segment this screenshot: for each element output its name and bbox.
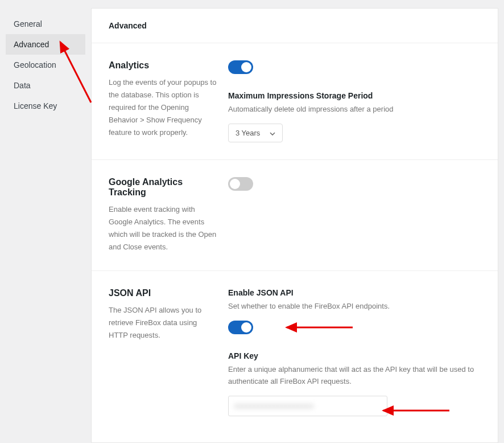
ga-desc: Enable event tracking with Google Analyt… bbox=[109, 203, 217, 253]
apikey-desc: Enter a unique alphanumeric that will ac… bbox=[228, 364, 481, 388]
analytics-desc: Log the events of your popups to the dat… bbox=[109, 76, 217, 139]
apikey-label: API Key bbox=[228, 351, 481, 360]
main-header: Advanced bbox=[92, 9, 498, 43]
section-analytics: Analytics Log the events of your popups … bbox=[92, 43, 498, 160]
sidebar-item-advanced[interactable]: Advanced bbox=[6, 34, 85, 55]
ga-toggle[interactable] bbox=[228, 177, 253, 191]
page-title: Advanced bbox=[109, 21, 481, 30]
ga-title: Google Analytics Tracking bbox=[109, 177, 217, 198]
sidebar: General Advanced Geolocation Data Licens… bbox=[6, 8, 85, 443]
main-panel: Advanced Analytics Log the events of you… bbox=[91, 8, 498, 443]
jsonapi-enable-desc: Set whether to enable the FireBox API en… bbox=[228, 301, 481, 313]
jsonapi-toggle[interactable] bbox=[228, 321, 253, 334]
storage-period-select[interactable]: 3 Years bbox=[228, 124, 283, 142]
sidebar-item-license-key[interactable]: License Key bbox=[6, 96, 85, 116]
analytics-toggle[interactable] bbox=[228, 60, 253, 74]
section-json-api: JSON API The JSON API allows you to retr… bbox=[92, 271, 498, 433]
storage-period-desc: Automatically delete old impressions aft… bbox=[228, 104, 481, 116]
section-google-analytics: Google Analytics Tracking Enable event t… bbox=[92, 160, 498, 271]
apikey-input[interactable]: xxxxxxxxxxxxxxxxxxxx bbox=[228, 396, 387, 416]
sidebar-item-general[interactable]: General bbox=[6, 14, 85, 34]
chevron-down-icon bbox=[270, 129, 275, 137]
storage-period-value: 3 Years bbox=[236, 129, 260, 137]
jsonapi-title: JSON API bbox=[109, 288, 217, 298]
analytics-title: Analytics bbox=[109, 60, 217, 71]
jsonapi-enable-label: Enable JSON API bbox=[228, 288, 481, 297]
storage-period-label: Maximum Impressions Storage Period bbox=[228, 91, 481, 100]
sidebar-item-data[interactable]: Data bbox=[6, 75, 85, 96]
jsonapi-desc: The JSON API allows you to retrieve Fire… bbox=[109, 304, 217, 342]
sidebar-item-geolocation[interactable]: Geolocation bbox=[6, 55, 85, 75]
